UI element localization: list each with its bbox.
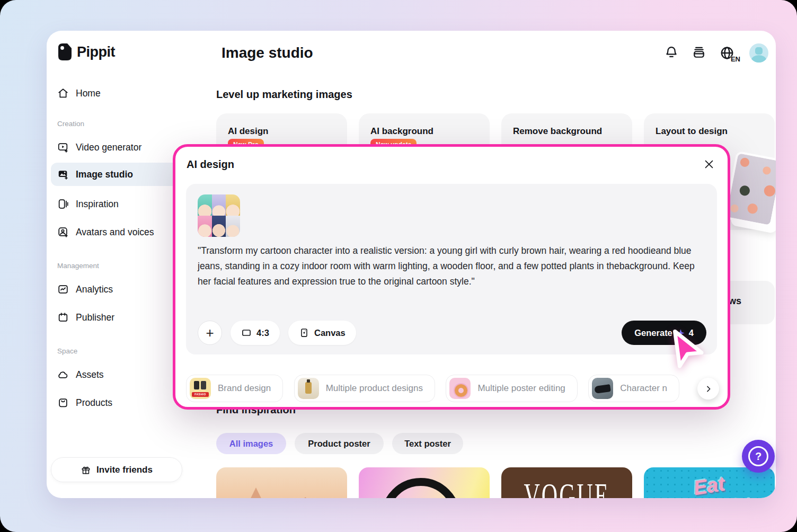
avatars-icon — [57, 226, 69, 238]
card-title: Remove background — [513, 126, 602, 137]
sidebar-item-label: Analytics — [76, 284, 113, 295]
bag-icon — [57, 397, 69, 409]
page-title: Image studio — [222, 45, 313, 61]
question-mark-icon: ? — [748, 446, 768, 466]
template-chip-character[interactable]: Character n — [588, 375, 679, 402]
publisher-icon — [57, 312, 69, 323]
template-chip-multiple-poster-editing[interactable]: Multiple poster editing — [446, 375, 577, 402]
sidebar-item-label: Products — [76, 397, 112, 409]
reference-image-thumbnail[interactable] — [198, 194, 240, 237]
avatar-body — [751, 55, 766, 63]
analytics-icon — [57, 283, 69, 295]
sidebar-item-label: Inspiration — [76, 199, 119, 210]
sidebar-section-creation: Creation — [57, 120, 84, 128]
aspect-ratio-selector[interactable]: 4:3 — [231, 321, 280, 345]
chevron-right-icon — [704, 385, 713, 393]
avatar[interactable] — [749, 43, 768, 63]
help-button[interactable]: ? — [742, 440, 775, 473]
invite-friends-label: Invite friends — [96, 465, 153, 475]
inspiration-tile-landscape[interactable] — [216, 467, 347, 498]
ai-design-modal: AI design "Transform my cartoon characte… — [173, 144, 730, 410]
sidebar-section-management: Management — [57, 262, 99, 270]
aspect-ratio-icon — [241, 327, 252, 338]
template-chip-brand-design[interactable]: FASHIO Brand design — [186, 375, 283, 402]
sidebar-item-analytics[interactable]: Analytics — [51, 278, 184, 301]
tab-label: All images — [229, 439, 273, 449]
product-designs-icon — [298, 378, 319, 399]
prompt-text[interactable]: "Transform my cartoon character into a r… — [198, 243, 701, 289]
card-title: AI design — [228, 126, 269, 137]
template-chip-label: Character n — [620, 383, 667, 394]
mountain-shape — [232, 487, 280, 498]
add-attachment-button[interactable]: + — [198, 321, 222, 345]
brand-name: Pippit — [77, 44, 115, 60]
headphone-arc — [381, 478, 461, 498]
template-chip-label: Multiple product designs — [326, 383, 423, 394]
language-button[interactable]: EN — [719, 45, 738, 62]
plus-icon: + — [206, 325, 214, 341]
flower-photo — [723, 150, 776, 227]
template-chip-multiple-product-designs[interactable]: Multiple product designs — [294, 375, 435, 402]
video-generator-icon — [57, 141, 69, 153]
invite-friends-button[interactable]: Invite friends — [51, 457, 182, 482]
vogue-title: VOGUE — [524, 476, 610, 498]
sidebar-item-home[interactable]: Home — [51, 82, 184, 105]
sidebar-item-products[interactable]: Products — [51, 391, 184, 414]
tab-all-images[interactable]: All images — [216, 433, 286, 454]
sidebar-item-label: Avatars and voices — [76, 227, 154, 238]
gift-icon — [81, 465, 91, 475]
sidebar-item-label: Video generator — [76, 142, 141, 153]
canvas-label: Canvas — [314, 328, 346, 338]
inspiration-tile-headphones[interactable] — [359, 467, 490, 498]
inspiration-icon — [57, 198, 69, 210]
language-code: EN — [731, 55, 740, 63]
sidebar-item-label: Publisher — [76, 312, 114, 323]
aspect-ratio-value: 4:3 — [256, 328, 269, 338]
cloud-icon — [57, 369, 69, 380]
canvas-selector[interactable]: Canvas — [288, 321, 356, 345]
scroll-templates-button[interactable] — [697, 378, 719, 400]
poster-editing-icon — [449, 378, 471, 399]
sidebar-section-space: Space — [57, 347, 77, 355]
sidebar-item-avatars-voices[interactable]: Avatars and voices — [51, 220, 184, 244]
tab-product-poster[interactable]: Product poster — [295, 433, 384, 454]
template-chip-label: Brand design — [218, 383, 271, 394]
image-studio-icon — [57, 169, 69, 180]
home-icon — [57, 87, 69, 99]
mountain-shape — [280, 497, 343, 498]
sidebar-item-label: Image studio — [76, 169, 133, 180]
fashion-tag-text: FASHIO — [192, 392, 209, 397]
tab-text-poster[interactable]: Text poster — [392, 433, 463, 454]
card-title: Layout to design — [656, 126, 728, 137]
cursor-pointer — [663, 330, 706, 372]
template-chip-row: FASHIO Brand design Multiple product des… — [186, 375, 717, 402]
tab-label: Product poster — [308, 439, 370, 449]
layout-to-design-preview — [730, 155, 776, 234]
modal-title: AI design — [187, 158, 234, 171]
eat-title: Eat — [692, 473, 727, 498]
pippit-logo-icon — [57, 43, 72, 60]
sidebar-item-video-generator[interactable]: Video generator — [51, 136, 184, 159]
screen: Pippit Image studio EN — [0, 0, 797, 532]
avatar-head — [755, 47, 763, 55]
close-icon — [703, 158, 715, 170]
partial-card-text: ws — [729, 296, 741, 307]
sidebar-item-assets[interactable]: Assets — [51, 363, 184, 386]
sidebar-item-label: Home — [76, 88, 101, 99]
sidebar-item-inspiration[interactable]: Inspiration — [51, 192, 184, 216]
canvas-icon — [299, 327, 309, 338]
sidebar-item-label: Assets — [76, 369, 104, 380]
close-button[interactable] — [703, 158, 715, 170]
orders-button[interactable] — [692, 45, 706, 60]
card-title: AI background — [370, 126, 433, 137]
prompt-area[interactable]: "Transform my cartoon character into a r… — [186, 184, 717, 354]
inspiration-tile-vogue[interactable]: VOGUE — [501, 467, 632, 498]
sidebar-item-publisher[interactable]: Publisher — [51, 306, 184, 329]
notifications-button[interactable] — [664, 45, 679, 60]
brand-design-icon: FASHIO — [190, 378, 211, 399]
bell-icon — [664, 45, 679, 60]
tray-icon — [692, 45, 706, 60]
brand-logo[interactable]: Pippit — [57, 43, 115, 60]
section-title: Level up marketing images — [216, 88, 352, 101]
sidebar-item-image-studio[interactable]: Image studio — [51, 163, 184, 186]
